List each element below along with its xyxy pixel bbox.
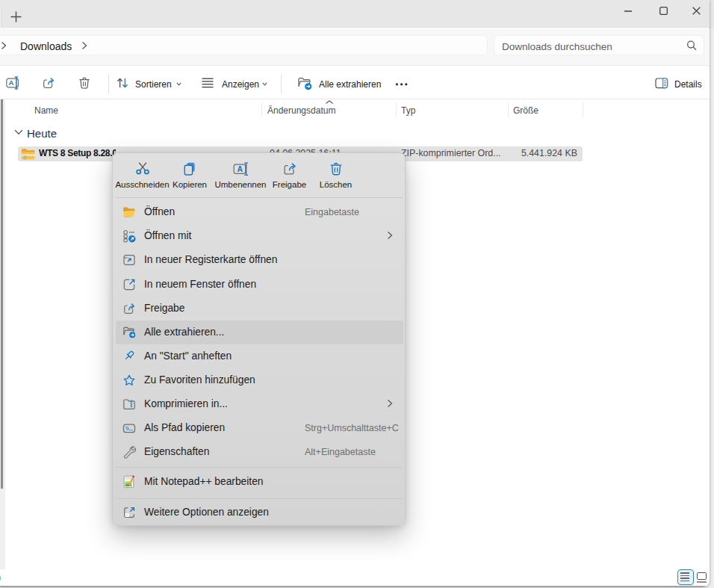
svg-text:A: A [9, 78, 14, 87]
svg-text:A: A [237, 164, 243, 173]
